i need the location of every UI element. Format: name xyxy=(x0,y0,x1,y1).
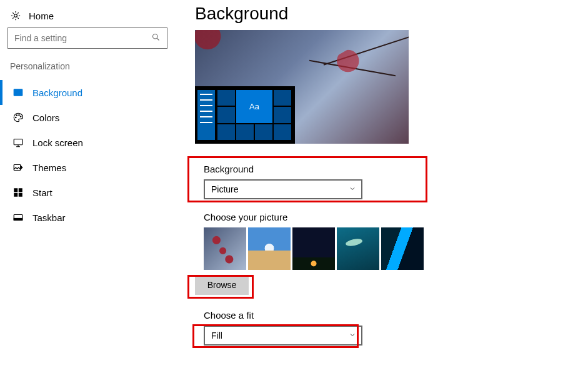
svg-point-0 xyxy=(14,14,17,17)
svg-point-1 xyxy=(153,34,158,39)
gear-icon xyxy=(10,10,21,21)
sidebar-item-taskbar[interactable]: Taskbar xyxy=(0,205,175,230)
picture-thumbnail-row xyxy=(204,227,588,270)
fit-select-value: Fill xyxy=(211,331,222,341)
svg-point-5 xyxy=(16,115,17,116)
svg-rect-15 xyxy=(14,219,22,221)
preview-start-menu: Aa xyxy=(195,86,295,144)
sidebar-item-label: Background xyxy=(32,87,82,98)
section-header: Personalization xyxy=(0,59,175,80)
themes-icon xyxy=(12,162,24,173)
svg-rect-8 xyxy=(14,139,22,145)
sidebar-item-label: Colors xyxy=(32,112,59,123)
background-mode-value: Picture xyxy=(211,184,239,194)
taskbar-icon xyxy=(12,212,24,223)
svg-point-6 xyxy=(19,115,20,116)
browse-button[interactable]: Browse xyxy=(195,275,249,295)
svg-rect-10 xyxy=(14,188,17,192)
start-grid-icon xyxy=(12,187,24,198)
svg-rect-12 xyxy=(14,193,17,197)
search-input-container[interactable] xyxy=(7,27,167,49)
fit-select[interactable]: Fill xyxy=(204,326,362,346)
picture-thumbnail[interactable] xyxy=(337,227,379,270)
home-nav[interactable]: Home xyxy=(0,6,175,27)
search-input[interactable] xyxy=(14,33,151,43)
chevron-down-icon xyxy=(349,185,356,194)
sidebar-item-start[interactable]: Start xyxy=(0,180,175,205)
desktop-preview: Aa xyxy=(195,30,409,144)
monitor-icon xyxy=(12,137,24,148)
main-panel: Background Aa xyxy=(175,0,588,346)
svg-point-7 xyxy=(20,116,21,117)
picture-thumbnail[interactable] xyxy=(292,227,335,270)
sidebar-item-background[interactable]: Background xyxy=(0,80,175,105)
sidebar-item-label: Start xyxy=(32,187,52,198)
sidebar-item-themes[interactable]: Themes xyxy=(0,155,175,180)
svg-point-4 xyxy=(16,117,17,118)
home-label: Home xyxy=(29,11,54,21)
background-mode-label: Background xyxy=(204,164,588,174)
svg-rect-11 xyxy=(19,188,22,192)
svg-point-3 xyxy=(16,91,17,92)
browse-button-label: Browse xyxy=(207,280,237,290)
choose-fit-label: Choose a fit xyxy=(204,310,588,321)
palette-icon xyxy=(12,112,24,123)
choose-picture-label: Choose your picture xyxy=(204,212,588,222)
svg-rect-9 xyxy=(14,165,21,171)
sidebar: Home Personalization Background xyxy=(0,0,175,346)
picture-icon xyxy=(12,87,24,98)
sidebar-item-lock-screen[interactable]: Lock screen xyxy=(0,130,175,155)
sidebar-item-label: Themes xyxy=(32,162,66,173)
chevron-down-icon xyxy=(349,331,356,340)
svg-rect-13 xyxy=(19,193,22,197)
picture-thumbnail[interactable] xyxy=(248,227,291,270)
page-title: Background xyxy=(195,4,588,24)
sidebar-item-colors[interactable]: Colors xyxy=(0,105,175,130)
background-mode-select[interactable]: Picture xyxy=(204,179,362,199)
sidebar-item-label: Lock screen xyxy=(32,137,83,148)
picture-thumbnail[interactable] xyxy=(204,227,246,270)
picture-thumbnail[interactable] xyxy=(381,227,424,270)
sidebar-item-label: Taskbar xyxy=(32,212,66,223)
preview-accent-tile: Aa xyxy=(236,90,272,123)
search-icon xyxy=(151,32,161,44)
